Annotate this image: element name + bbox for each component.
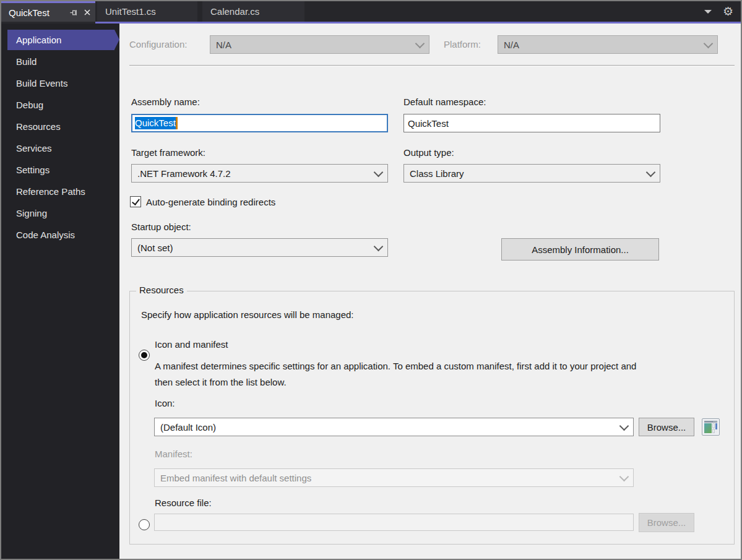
- manifest-label: Manifest:: [155, 449, 192, 459]
- sidebar-item-label: Code Analysis: [16, 230, 75, 240]
- button-label: Browse...: [647, 517, 686, 528]
- sidebar-item-label: Services: [16, 143, 52, 153]
- assembly-information-button[interactable]: Assembly Information...: [501, 238, 659, 261]
- chevron-down-icon: [619, 421, 629, 431]
- tab-label: Calendar.cs: [210, 6, 259, 17]
- resource-file-label: Resource file:: [155, 498, 212, 508]
- resource-file-browse-button: Browse...: [639, 513, 694, 532]
- manifest-value: Embed manifest with default settings: [160, 473, 621, 483]
- chevron-down-icon[interactable]: [704, 10, 712, 14]
- assembly-name-value: QuickTest: [135, 117, 176, 129]
- sidebar-item-services[interactable]: Services: [1, 137, 119, 159]
- icon-pane: [712, 429, 715, 434]
- resource-file-input: [154, 514, 634, 531]
- text-caret: [176, 117, 178, 129]
- button-label: Assembly Information...: [532, 244, 629, 255]
- sidebar-item-resources[interactable]: Resources: [1, 116, 119, 137]
- startup-object-select[interactable]: (Not set): [131, 238, 388, 257]
- tab-quicktest[interactable]: QuickTest: [1, 1, 95, 22]
- default-icon-preview: [702, 418, 720, 436]
- icon-side-panes: [712, 423, 715, 433]
- sidebar-item-settings[interactable]: Settings: [1, 159, 119, 181]
- tab-label: UnitTest1.cs: [105, 6, 156, 17]
- configuration-label: Configuration:: [129, 39, 187, 50]
- tab-unittest1[interactable]: UnitTest1.cs: [97, 1, 197, 22]
- assembly-name-label: Assembly name:: [131, 97, 200, 107]
- platform-label: Platform:: [444, 39, 481, 50]
- project-properties-window: QuickTest UnitTest1.cs Calendar.cs ⚙ App…: [0, 0, 742, 560]
- sidebar-item-application[interactable]: Application: [7, 30, 114, 50]
- chevron-down-icon: [374, 241, 384, 251]
- auto-generate-binding-redirects-label: Auto-generate binding redirects: [146, 197, 275, 207]
- output-type-value: Class Library: [410, 168, 647, 179]
- platform-value: N/A: [504, 40, 705, 50]
- icon-titlebar: [704, 421, 717, 423]
- configuration-select[interactable]: N/A: [210, 35, 429, 54]
- separator: [129, 65, 735, 66]
- chevron-down-icon: [374, 167, 384, 177]
- sidebar-item-label: Application: [16, 35, 61, 45]
- icon-label: Icon:: [155, 398, 175, 408]
- tab-label: QuickTest: [9, 7, 50, 18]
- manifest-description-text: A manifest determines specific settings …: [155, 358, 644, 390]
- default-namespace-input[interactable]: [403, 114, 660, 132]
- default-namespace-label: Default namespace:: [403, 97, 486, 107]
- resources-legend: Resources: [136, 285, 187, 295]
- target-framework-value: .NET Framework 4.7.2: [137, 168, 375, 179]
- icon-value: (Default Icon): [160, 422, 621, 433]
- sidebar-item-label: Signing: [16, 208, 47, 218]
- sidebar-item-build[interactable]: Build: [1, 51, 119, 72]
- icon-main-pane: [704, 423, 712, 433]
- close-icon[interactable]: [82, 7, 93, 18]
- platform-select[interactable]: N/A: [498, 35, 718, 54]
- sidebar-item-reference-paths[interactable]: Reference Paths: [1, 181, 119, 202]
- startup-object-value: (Not set): [137, 243, 375, 253]
- sidebar-item-code-analysis[interactable]: Code Analysis: [1, 224, 119, 246]
- chevron-down-icon: [415, 38, 425, 48]
- chevron-down-icon: [646, 167, 656, 177]
- output-type-label: Output type:: [403, 147, 454, 158]
- icon-browse-button[interactable]: Browse...: [639, 418, 694, 436]
- pin-icon[interactable]: [68, 7, 79, 18]
- configuration-value: N/A: [216, 40, 416, 50]
- manifest-combobox: Embed manifest with default settings: [154, 468, 634, 487]
- sidebar-item-label: Build: [16, 56, 37, 67]
- chevron-down-icon: [704, 38, 714, 48]
- sidebar-item-label: Build Events: [16, 78, 67, 88]
- icon-pane: [712, 423, 715, 428]
- sidebar-item-build-events[interactable]: Build Events: [1, 72, 119, 94]
- properties-sidebar: Application Build Build Events Debug Res…: [1, 24, 119, 559]
- sidebar-item-signing[interactable]: Signing: [1, 202, 119, 224]
- resources-intro-text: Specify how application resources will b…: [141, 309, 354, 320]
- tab-bar-actions: ⚙: [704, 1, 733, 22]
- application-page: Configuration: N/A Platform: N/A Assembl…: [119, 24, 741, 559]
- target-framework-select[interactable]: .NET Framework 4.7.2: [131, 164, 388, 183]
- tab-calendar[interactable]: Calendar.cs: [202, 1, 304, 22]
- sidebar-item-label: Resources: [16, 121, 61, 132]
- sidebar-item-debug[interactable]: Debug: [1, 94, 119, 116]
- resource-file-radio[interactable]: [139, 519, 150, 530]
- target-framework-label: Target framework:: [131, 147, 205, 158]
- sidebar-item-label: Settings: [16, 165, 50, 175]
- icon-scrollbar: [715, 423, 717, 433]
- icon-and-manifest-radio[interactable]: [139, 350, 150, 361]
- sidebar-item-label: Debug: [16, 100, 43, 110]
- icon-and-manifest-label: Icon and manifest: [155, 339, 228, 350]
- sidebar-item-label: Reference Paths: [16, 186, 85, 197]
- icon-combobox[interactable]: (Default Icon): [154, 418, 634, 436]
- document-tab-bar: QuickTest UnitTest1.cs Calendar.cs ⚙: [1, 1, 741, 24]
- auto-generate-binding-redirects-checkbox[interactable]: [130, 196, 141, 207]
- button-label: Browse...: [647, 422, 686, 433]
- output-type-select[interactable]: Class Library: [403, 164, 660, 183]
- assembly-name-input[interactable]: QuickTest: [131, 114, 388, 132]
- icon-body: [704, 423, 717, 433]
- startup-object-label: Startup object:: [131, 222, 191, 232]
- gear-icon[interactable]: ⚙: [723, 6, 733, 17]
- chevron-down-icon: [619, 472, 629, 481]
